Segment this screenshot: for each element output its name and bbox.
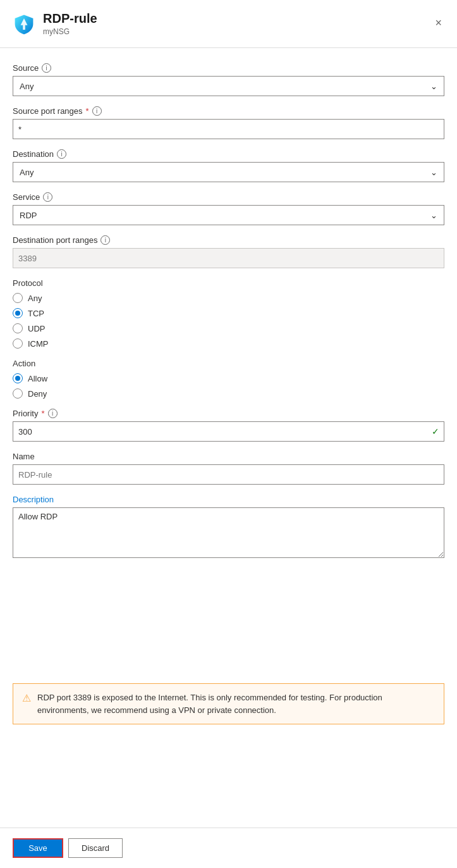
priority-input-wrapper: ✓: [13, 421, 444, 442]
destination-dropdown[interactable]: Any ⌄: [13, 162, 444, 182]
priority-input[interactable]: [13, 421, 444, 442]
priority-field-group: Priority * i ✓: [13, 409, 444, 442]
spacer: [0, 735, 457, 828]
name-label: Name: [13, 452, 444, 461]
service-chevron-icon: ⌄: [430, 211, 437, 220]
destination-port-ranges-field-group: Destination port ranges i: [13, 235, 444, 268]
header-left: RDP-rule myNSG: [13, 11, 97, 36]
destination-info-icon[interactable]: i: [57, 149, 66, 159]
priority-label: Priority * i: [13, 409, 444, 418]
protocol-any-radio[interactable]: [13, 293, 23, 303]
action-field-group: Action Allow Deny: [13, 359, 444, 399]
source-port-ranges-input[interactable]: [13, 119, 444, 139]
warning-text: RDP port 3389 is exposed to the Internet…: [37, 691, 435, 716]
source-chevron-icon: ⌄: [430, 82, 437, 91]
destination-port-ranges-label: Destination port ranges i: [13, 235, 444, 245]
destination-port-ranges-input: [13, 248, 444, 268]
warning-icon: ⚠: [22, 692, 31, 704]
protocol-icmp-option[interactable]: ICMP: [13, 338, 444, 349]
warning-box: ⚠ RDP port 3389 is exposed to the Intern…: [13, 683, 444, 724]
discard-button[interactable]: Discard: [68, 838, 123, 858]
source-field-group: Source i Any ⌄: [13, 63, 444, 96]
destination-chevron-icon: ⌄: [430, 168, 437, 177]
close-button[interactable]: ×: [432, 14, 444, 32]
source-dropdown[interactable]: Any ⌄: [13, 76, 444, 96]
description-textarea[interactable]: Allow RDP: [13, 507, 444, 558]
header-text: RDP-rule myNSG: [43, 11, 97, 36]
destination-label: Destination i: [13, 149, 444, 159]
source-port-ranges-label: Source port ranges * i: [13, 106, 444, 116]
panel-subtitle: myNSG: [43, 27, 97, 36]
service-info-icon[interactable]: i: [43, 192, 52, 202]
name-field-group: Name: [13, 452, 444, 485]
header: RDP-rule myNSG ×: [0, 0, 457, 42]
action-allow-radio[interactable]: [13, 373, 23, 383]
panel: RDP-rule myNSG × Source i Any ⌄ Source p…: [0, 0, 457, 868]
action-deny-option[interactable]: Deny: [13, 388, 444, 399]
azure-shield-icon: [13, 13, 35, 35]
source-port-ranges-field-group: Source port ranges * i: [13, 106, 444, 139]
protocol-tcp-radio[interactable]: [13, 308, 23, 318]
protocol-udp-radio[interactable]: [13, 323, 23, 333]
protocol-field-group: Protocol Any TCP UDP I: [13, 278, 444, 349]
destination-field-group: Destination i Any ⌄: [13, 149, 444, 182]
protocol-any-option[interactable]: Any: [13, 293, 444, 303]
action-deny-radio[interactable]: [13, 388, 23, 399]
source-port-info-icon[interactable]: i: [92, 106, 102, 116]
header-divider: [0, 47, 457, 48]
description-label: Description: [13, 495, 444, 504]
footer: Save Discard: [0, 828, 457, 868]
dest-port-info-icon[interactable]: i: [101, 235, 110, 245]
form-area: Source i Any ⌄ Source port ranges * i De…: [0, 53, 457, 673]
service-label: Service i: [13, 192, 444, 202]
priority-info-icon[interactable]: i: [48, 409, 58, 418]
name-input[interactable]: [13, 464, 444, 485]
save-button[interactable]: Save: [13, 838, 63, 858]
protocol-label: Protocol: [13, 278, 444, 288]
source-label: Source i: [13, 63, 444, 73]
action-label: Action: [13, 359, 444, 368]
protocol-udp-option[interactable]: UDP: [13, 323, 444, 333]
service-field-group: Service i RDP ⌄: [13, 192, 444, 225]
service-dropdown[interactable]: RDP ⌄: [13, 205, 444, 225]
protocol-icmp-radio[interactable]: [13, 338, 23, 349]
action-radio-group: Allow Deny: [13, 373, 444, 399]
protocol-tcp-option[interactable]: TCP: [13, 308, 444, 318]
source-port-required-star: *: [86, 106, 89, 116]
action-allow-option[interactable]: Allow: [13, 373, 444, 383]
priority-required-star: *: [41, 409, 44, 418]
source-info-icon[interactable]: i: [42, 63, 51, 73]
description-field-group: Description Allow RDP: [13, 495, 444, 560]
priority-valid-check-icon: ✓: [432, 426, 439, 437]
protocol-radio-group: Any TCP UDP ICMP: [13, 293, 444, 349]
panel-title: RDP-rule: [43, 11, 97, 26]
